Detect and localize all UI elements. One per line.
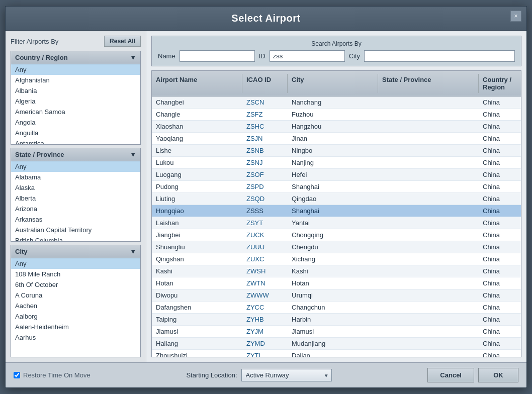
city-list[interactable]: Any108 Mile Ranch6th Of OctoberA CorunaA… bbox=[11, 258, 141, 357]
close-button[interactable]: × bbox=[510, 11, 521, 22]
country-region-list[interactable]: AnyAfghanistanAlbaniaAlgeriaAmerican Sam… bbox=[11, 64, 141, 145]
country-item[interactable]: Albania bbox=[11, 85, 140, 96]
state-item[interactable]: Alabama bbox=[11, 172, 140, 182]
starting-location-section: Starting Location: Active RunwayGateRunw… bbox=[186, 369, 331, 381]
country-item[interactable]: Afghanistan bbox=[11, 75, 140, 85]
country-cell: China bbox=[479, 326, 521, 337]
state-cell bbox=[378, 181, 479, 192]
table-row[interactable]: Pudong ZSPD Shanghai China bbox=[152, 181, 521, 193]
country-item[interactable]: Angola bbox=[11, 117, 140, 128]
state-cell bbox=[378, 193, 479, 205]
city-cell: Chengdu bbox=[288, 241, 378, 253]
airport-name-cell: Pudong bbox=[152, 181, 242, 192]
country-cell: China bbox=[479, 121, 521, 132]
city-item[interactable]: 6th Of October bbox=[11, 279, 140, 290]
table-row[interactable]: Changle ZSFZ Fuzhou China bbox=[152, 109, 521, 121]
icao-cell: ZSNB bbox=[242, 145, 288, 156]
city-item[interactable]: Aarhus bbox=[11, 332, 140, 343]
search-fields: Name ID City bbox=[158, 50, 515, 62]
city-cell: Fuzhou bbox=[288, 109, 378, 120]
city-cell: Urumqi bbox=[288, 289, 378, 301]
state-cell bbox=[378, 338, 479, 349]
table-row[interactable]: Taiping ZYHB Harbin China bbox=[152, 314, 521, 326]
country-region-scroll-icon: ▼ bbox=[130, 54, 136, 61]
state-item[interactable]: Arkansas bbox=[11, 214, 140, 225]
table-row[interactable]: Diwopu ZWWW Urumqi China bbox=[152, 289, 521, 302]
table-row[interactable]: Hotan ZWTN Hotan China bbox=[152, 277, 521, 289]
table-row[interactable]: Laishan ZSYT Yantai China bbox=[152, 217, 521, 229]
state-cell bbox=[378, 277, 479, 289]
state-item[interactable]: Arizona bbox=[11, 204, 140, 214]
country-item[interactable]: Anguilla bbox=[11, 128, 140, 138]
filter-header: Filter Airports By Reset All bbox=[11, 36, 141, 47]
state-cell bbox=[378, 326, 479, 337]
country-item[interactable]: Any bbox=[11, 64, 140, 75]
table-row[interactable]: Shuangliu ZUUU Chengdu China bbox=[152, 241, 521, 253]
table-row[interactable]: Luogang ZSOF Hefei China bbox=[152, 169, 521, 181]
airport-name-cell: Hailang bbox=[152, 338, 242, 349]
table-row[interactable]: Lishe ZSNB Ningbo China bbox=[152, 145, 521, 157]
cancel-button[interactable]: Cancel bbox=[427, 368, 474, 382]
country-cell: China bbox=[479, 181, 521, 192]
table-row[interactable]: Jiamusi ZYJM Jiamusi China bbox=[152, 326, 521, 338]
table-row[interactable]: Hailang ZYMD Mudanjiang China bbox=[152, 338, 521, 350]
state-item[interactable]: Alaska bbox=[11, 182, 140, 193]
table-header: Airport Name ICAO ID City State / Provin… bbox=[152, 71, 521, 96]
select-airport-dialog: Select Airport × Filter Airports By Rese… bbox=[5, 6, 527, 388]
table-row[interactable]: Qingshan ZUXC Xichang China bbox=[152, 253, 521, 265]
ok-button[interactable]: OK bbox=[478, 368, 518, 382]
airport-name-cell: Hotan bbox=[152, 277, 242, 289]
state-item[interactable]: Any bbox=[11, 161, 140, 172]
filter-label: Filter Airports By bbox=[11, 38, 58, 45]
table-row[interactable]: Yaoqiang ZSJN Jinan China bbox=[152, 133, 521, 145]
airport-name-cell: Diwopu bbox=[152, 289, 242, 301]
state-item[interactable]: Alberta bbox=[11, 193, 140, 204]
city-item[interactable]: A Coruna bbox=[11, 290, 140, 301]
name-input[interactable] bbox=[180, 50, 255, 62]
table-row[interactable]: Lukou ZSNJ Nanjing China bbox=[152, 157, 521, 169]
airport-name-cell: Lukou bbox=[152, 157, 242, 168]
city-item[interactable]: 108 Mile Ranch bbox=[11, 269, 140, 279]
icao-cell: ZYMD bbox=[242, 338, 288, 349]
state-cell bbox=[378, 265, 479, 277]
icao-cell: ZSJN bbox=[242, 133, 288, 144]
state-province-list[interactable]: AnyAlabamaAlaskaAlbertaArizonaArkansasAu… bbox=[11, 161, 141, 242]
restore-checkbox[interactable] bbox=[14, 372, 20, 378]
city-item[interactable]: Aalen-Heidenheim bbox=[11, 322, 140, 332]
location-select[interactable]: Active RunwayGateRunwayParking bbox=[241, 369, 332, 381]
table-row[interactable]: Zhoushuizi ZYTL Dalian China bbox=[152, 350, 521, 357]
airport-name-cell: Zhoushuizi bbox=[152, 350, 242, 357]
table-row[interactable]: Kashi ZWSH Kashi China bbox=[152, 265, 521, 277]
reset-all-button[interactable]: Reset All bbox=[104, 36, 141, 47]
state-cell bbox=[378, 241, 479, 253]
country-item[interactable]: American Samoa bbox=[11, 107, 140, 117]
icao-cell: ZWSH bbox=[242, 265, 288, 277]
country-item[interactable]: Antarctica bbox=[11, 138, 140, 145]
icao-cell: ZSOF bbox=[242, 169, 288, 180]
table-row[interactable]: Changbei ZSCN Nanchang China bbox=[152, 96, 521, 109]
city-cell: Qingdao bbox=[288, 193, 378, 205]
icao-cell: ZYHB bbox=[242, 314, 288, 325]
table-row[interactable]: Jiangbei ZUCK Chongqing China bbox=[152, 229, 521, 241]
city-item[interactable]: Aachen bbox=[11, 301, 140, 311]
state-item[interactable]: British Columbia bbox=[11, 235, 140, 242]
airport-name-cell: Taiping bbox=[152, 314, 242, 325]
state-item[interactable]: Australian Capital Territory bbox=[11, 225, 140, 235]
table-row[interactable]: Liuting ZSQD Qingdao China bbox=[152, 193, 521, 205]
city-header: City ▼ bbox=[11, 245, 141, 258]
city-item[interactable]: Aalborg bbox=[11, 311, 140, 322]
country-cell: China bbox=[479, 145, 521, 156]
airport-name-cell: Changbei bbox=[152, 96, 242, 108]
state-cell bbox=[378, 205, 479, 217]
country-item[interactable]: Algeria bbox=[11, 96, 140, 107]
city-search-input[interactable] bbox=[364, 50, 515, 62]
city-cell: Mudanjiang bbox=[288, 338, 378, 349]
table-row[interactable]: Hongqiao ZSSS Shanghai China bbox=[152, 205, 521, 217]
id-input[interactable] bbox=[270, 50, 345, 62]
table-body[interactable]: Changbei ZSCN Nanchang China Changle ZSF… bbox=[152, 96, 521, 357]
city-item[interactable]: Any bbox=[11, 258, 140, 269]
state-cell bbox=[378, 109, 479, 120]
table-row[interactable]: Dafangshen ZYCC Changchun China bbox=[152, 302, 521, 314]
table-row[interactable]: Xiaoshan ZSHC Hangzhou China bbox=[152, 121, 521, 133]
country-cell: China bbox=[479, 253, 521, 265]
